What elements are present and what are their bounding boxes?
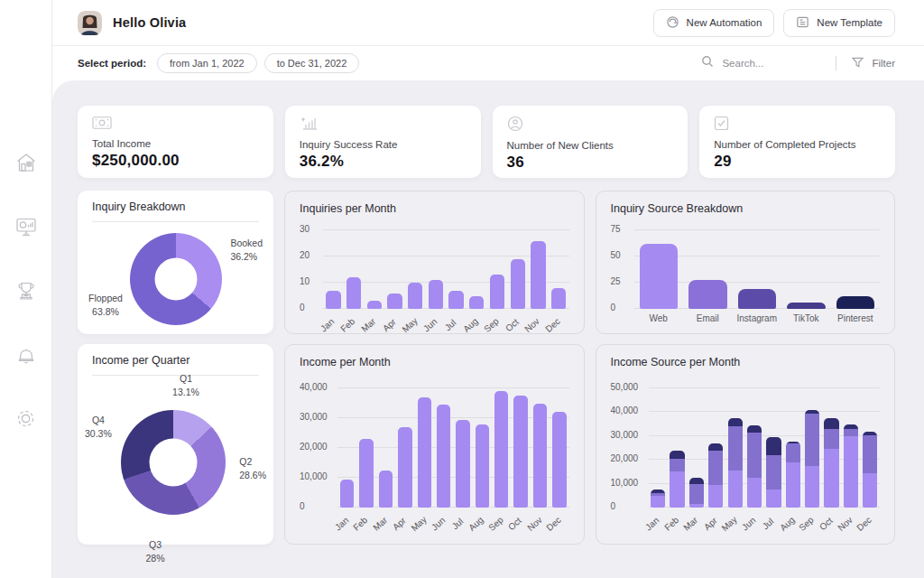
select-period-label: Select period:	[78, 58, 146, 69]
bar-segment-bottom-segment	[747, 478, 762, 508]
from-date-field[interactable]: from Jan 1, 2022	[157, 53, 257, 73]
bar-slot	[487, 275, 508, 309]
y-tick-label: 10	[300, 276, 310, 286]
y-tick-label: 40,000	[300, 382, 328, 392]
x-tick: Web	[634, 313, 684, 340]
x-tick-label: Dec	[543, 316, 573, 347]
bar	[456, 420, 469, 508]
y-tick-label: 30,000	[611, 430, 639, 440]
x-axis: JanFebMarAprMayJunJulAugSepOctNovDec	[323, 313, 569, 340]
bar	[688, 280, 727, 309]
bar	[408, 283, 422, 309]
bar	[367, 301, 382, 309]
slice-label-booked: Booked36.2%	[230, 237, 263, 264]
inquiry-success-rate-card: Inquiry Success Rate 36.2%	[285, 106, 481, 178]
y-axis: 0255075	[611, 222, 634, 309]
bar-slot	[356, 439, 375, 508]
bell-icon[interactable]	[14, 342, 38, 367]
search-icon	[701, 55, 714, 71]
bar	[551, 288, 566, 309]
bar-slot	[725, 418, 744, 508]
stat-value: 36.2%	[300, 153, 467, 171]
bar-segment-bottom-segment	[786, 462, 800, 508]
x-axis: WebEmailInstagramTikTokPinterest	[634, 313, 881, 340]
y-tick-label: 75	[611, 224, 621, 234]
bar-segment-middle-segment	[805, 414, 819, 466]
x-tick: Dec	[549, 313, 569, 340]
x-tick-label: Email	[697, 313, 719, 340]
x-axis: JanFebMarAprMayJunJulAugSepOctNovDec	[649, 512, 881, 539]
bar-slot	[531, 404, 550, 508]
bar	[836, 296, 875, 309]
search-box	[701, 55, 830, 71]
bar-slot	[511, 396, 530, 508]
bar-segment-middle-segment	[824, 429, 838, 449]
filter-button[interactable]: Filter	[851, 56, 895, 70]
divider	[836, 56, 836, 70]
bar	[787, 303, 826, 309]
new-template-button[interactable]: New Template	[783, 9, 895, 37]
bar	[533, 404, 547, 508]
stacked-bar	[728, 418, 743, 508]
bar-slot	[405, 283, 426, 309]
bar-segment-top-segment	[766, 437, 781, 455]
bars	[649, 376, 881, 508]
bar-segment-bottom-segment	[863, 473, 877, 508]
trophy-icon[interactable]	[14, 278, 38, 303]
bar-segment-bottom-segment	[708, 485, 723, 508]
stacked-bar	[786, 442, 800, 508]
bar	[340, 480, 354, 508]
bar-segment-middle-segment	[689, 484, 704, 504]
bar-segment-bottom-segment	[805, 466, 819, 508]
stats-row: Total Income $250,000.00 Inquiry Success…	[78, 106, 895, 178]
bar	[418, 397, 431, 508]
bar-slot	[384, 294, 405, 309]
bar-segment-top-segment	[708, 443, 723, 451]
bar-slot	[549, 288, 569, 309]
to-date-field[interactable]: to Dec 31, 2022	[264, 53, 360, 73]
app-window: Hello Olivia New Automation New Template…	[0, 0, 924, 578]
bar-slot	[634, 244, 684, 309]
chart-title: Inquiry Source Breakdown	[611, 202, 881, 215]
bar-slot	[683, 280, 733, 309]
filter-bar: Select period: from Jan 1, 2022 to Dec 3…	[52, 45, 924, 80]
success-rate-icon	[300, 118, 318, 134]
bar	[469, 296, 484, 310]
bar-slot	[783, 442, 802, 508]
slice-label-q4: Q430.3%	[85, 414, 112, 441]
user-avatar[interactable]	[78, 11, 102, 35]
home-icon[interactable]	[14, 150, 38, 174]
y-tick-label: 25	[611, 276, 621, 286]
x-tick: Dec	[550, 512, 568, 539]
stat-value: 29	[714, 153, 881, 171]
stacked-bar	[805, 410, 819, 508]
chart-title: Income per Month	[300, 356, 569, 368]
bar-slot	[426, 280, 447, 309]
settings-icon[interactable]	[14, 406, 38, 431]
bar	[552, 412, 566, 508]
stat-value: $250,000.00	[92, 152, 259, 170]
stat-label: Number of New Clients	[507, 140, 674, 151]
bar-slot	[841, 424, 860, 508]
bar-slot	[649, 489, 668, 508]
completed-projects-icon	[714, 118, 729, 134]
x-tick: Dec	[861, 512, 880, 539]
y-tick-label: 50	[611, 250, 621, 260]
y-tick-label: 0	[300, 303, 305, 312]
search-input[interactable]	[722, 58, 830, 69]
new-automation-button[interactable]: New Automation	[653, 9, 775, 37]
y-tick-label: 0	[611, 501, 616, 511]
plot-area	[323, 222, 569, 309]
bar	[738, 289, 777, 309]
bar-slot	[507, 259, 528, 309]
bar	[531, 241, 545, 309]
bar-segment-top-segment	[747, 425, 762, 433]
bar-slot	[453, 420, 472, 508]
completed-projects-card: Number of Completed Projects 29	[699, 106, 895, 178]
bar-slot	[344, 277, 365, 309]
bar-slot	[376, 471, 395, 508]
bar-slot	[395, 427, 414, 508]
x-tick-label: Instagram	[737, 313, 777, 340]
y-tick-label: 50,000	[611, 382, 639, 392]
dashboard-icon[interactable]	[14, 214, 38, 238]
